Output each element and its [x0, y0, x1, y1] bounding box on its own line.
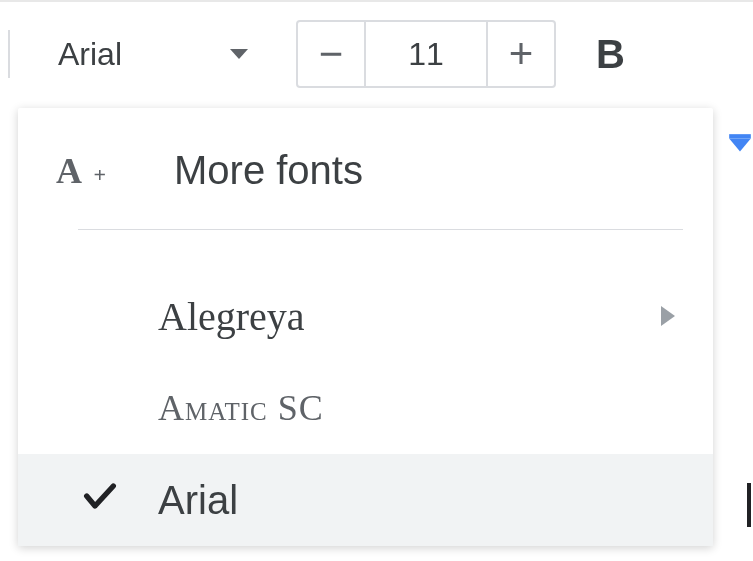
decrease-font-size-button[interactable]: −	[298, 22, 366, 86]
more-fonts-label: More fonts	[174, 148, 363, 193]
chevron-down-icon	[230, 49, 248, 59]
svg-marker-0	[729, 139, 751, 152]
bold-button[interactable]: B	[588, 26, 633, 83]
font-family-label: Arial	[58, 36, 122, 73]
toolbar: Arial − + B	[0, 2, 753, 106]
plus-icon: +	[509, 30, 534, 78]
svg-rect-1	[729, 134, 751, 138]
font-dropdown-panel: A+ More fonts Alegreya Amatic SC Arial	[18, 108, 713, 546]
toolbar-divider	[8, 30, 10, 78]
font-item-amatic-sc[interactable]: Amatic SC	[18, 362, 713, 454]
more-fonts-item[interactable]: A+ More fonts	[18, 108, 713, 229]
font-item-arial[interactable]: Arial	[18, 454, 713, 546]
font-item-alegreya[interactable]: Alegreya	[18, 270, 713, 362]
chevron-right-icon	[661, 306, 675, 326]
paint-format-indicator-icon	[727, 132, 753, 158]
font-size-group: − +	[296, 20, 556, 88]
font-size-input[interactable]	[366, 22, 486, 86]
bold-icon: B	[596, 32, 625, 76]
text-cursor	[747, 483, 751, 527]
font-family-selector[interactable]: Arial	[18, 28, 268, 81]
font-item-label: Arial	[158, 478, 238, 523]
font-item-label: Alegreya	[158, 293, 305, 340]
check-icon	[80, 476, 120, 525]
minus-icon: −	[319, 30, 344, 78]
more-fonts-icon: A+	[56, 150, 114, 192]
font-item-label: Amatic SC	[158, 387, 324, 429]
increase-font-size-button[interactable]: +	[486, 22, 554, 86]
